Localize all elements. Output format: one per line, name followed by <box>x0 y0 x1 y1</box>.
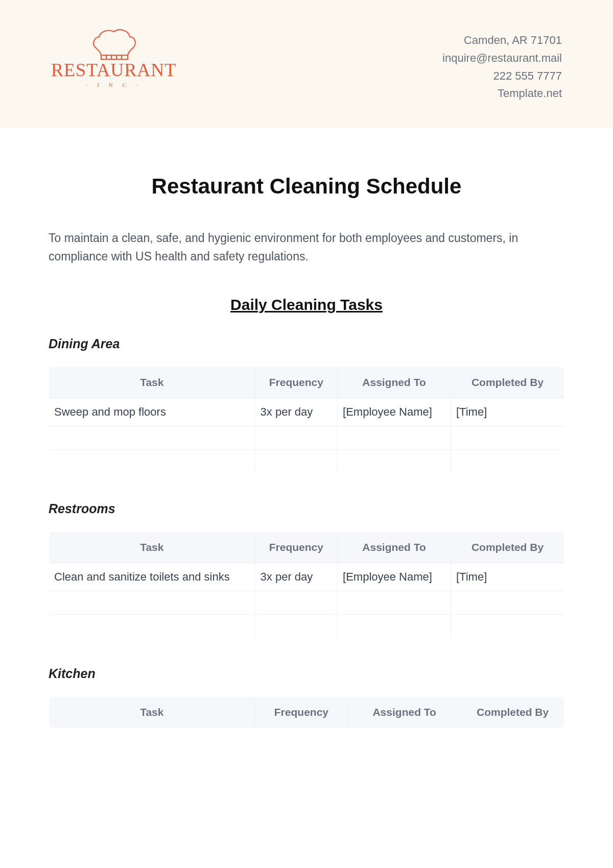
cell-assigned: [Employee Name] <box>338 563 451 591</box>
col-task: Task <box>49 697 255 728</box>
table-header-row: Task Frequency Assigned To Completed By <box>49 697 564 728</box>
table-restrooms: Task Frequency Assigned To Completed By … <box>49 532 564 638</box>
section-heading-daily: Daily Cleaning Tasks <box>49 296 564 314</box>
table-row: Sweep and mop floors 3x per day [Employe… <box>49 398 564 426</box>
header-banner: RESTAURANT · I N C · Camden, AR 71701 in… <box>0 0 613 128</box>
col-completed: Completed By <box>451 367 564 398</box>
cell-task <box>49 615 255 638</box>
contact-block: Camden, AR 71701 inquire@restaurant.mail… <box>442 26 562 103</box>
col-assigned: Assigned To <box>338 532 451 563</box>
contact-address: Camden, AR 71701 <box>442 32 562 50</box>
col-completed: Completed By <box>461 697 564 728</box>
cell-completed: [Time] <box>451 563 564 591</box>
contact-phone: 222 555 7777 <box>442 67 562 85</box>
contact-site: Template.net <box>442 85 562 103</box>
cell-completed <box>451 615 564 638</box>
cell-assigned <box>338 591 451 615</box>
table-row <box>49 591 564 615</box>
cell-completed <box>451 450 564 473</box>
subheading-kitchen: Kitchen <box>49 666 564 681</box>
document-content: Restaurant Cleaning Schedule To maintain… <box>0 128 613 749</box>
logo-subtext: · I N C · <box>86 82 141 88</box>
logo-text: RESTAURANT <box>51 59 176 81</box>
col-assigned: Assigned To <box>348 697 461 728</box>
col-frequency: Frequency <box>255 367 337 398</box>
table-kitchen: Task Frequency Assigned To Completed By <box>49 696 564 728</box>
cell-frequency: 3x per day <box>255 398 337 426</box>
table-row <box>49 615 564 638</box>
cell-completed <box>451 426 564 450</box>
logo: RESTAURANT · I N C · <box>51 26 176 88</box>
cell-frequency <box>255 450 337 473</box>
cell-completed: [Time] <box>451 398 564 426</box>
cell-completed <box>451 591 564 615</box>
cell-frequency <box>255 591 337 615</box>
table-row <box>49 426 564 450</box>
table-row: Clean and sanitize toilets and sinks 3x … <box>49 563 564 591</box>
page-title: Restaurant Cleaning Schedule <box>49 174 564 199</box>
cell-task <box>49 426 255 450</box>
table-row <box>49 450 564 473</box>
table-header-row: Task Frequency Assigned To Completed By <box>49 367 564 398</box>
cell-task: Sweep and mop floors <box>49 398 255 426</box>
contact-email: inquire@restaurant.mail <box>442 50 562 67</box>
table-dining: Task Frequency Assigned To Completed By … <box>49 367 564 473</box>
cell-assigned <box>338 426 451 450</box>
cell-task <box>49 591 255 615</box>
col-frequency: Frequency <box>255 697 348 728</box>
intro-paragraph: To maintain a clean, safe, and hygienic … <box>49 229 564 266</box>
subheading-dining: Dining Area <box>49 336 564 351</box>
cell-task <box>49 450 255 473</box>
cell-assigned <box>338 450 451 473</box>
col-completed: Completed By <box>451 532 564 563</box>
chef-hat-icon <box>86 26 142 61</box>
cell-task: Clean and sanitize toilets and sinks <box>49 563 255 591</box>
col-frequency: Frequency <box>255 532 337 563</box>
cell-frequency <box>255 615 337 638</box>
table-header-row: Task Frequency Assigned To Completed By <box>49 532 564 563</box>
col-task: Task <box>49 367 255 398</box>
cell-assigned: [Employee Name] <box>338 398 451 426</box>
cell-frequency: 3x per day <box>255 563 337 591</box>
cell-assigned <box>338 615 451 638</box>
col-assigned: Assigned To <box>338 367 451 398</box>
subheading-restrooms: Restrooms <box>49 501 564 516</box>
cell-frequency <box>255 426 337 450</box>
col-task: Task <box>49 532 255 563</box>
